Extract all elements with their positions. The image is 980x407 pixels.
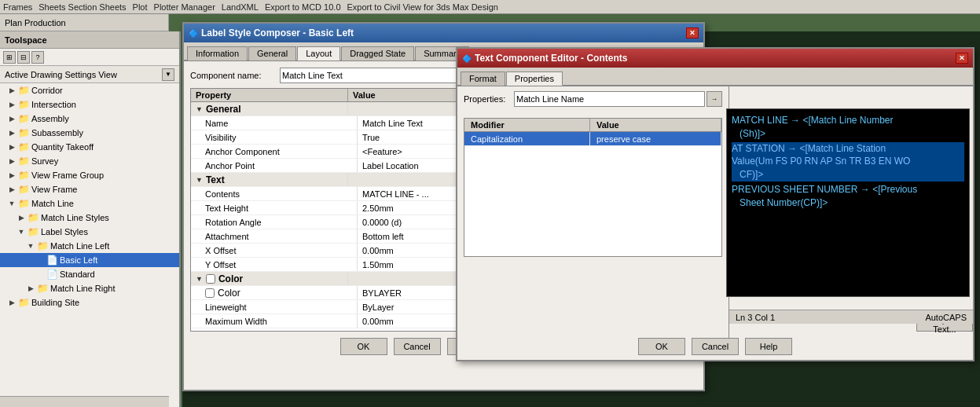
expand-icon-color[interactable]: ▼ [196, 275, 203, 283]
toolbar-plotter[interactable]: Plotter Manager [154, 2, 215, 12]
tce-close-button[interactable]: ✕ [956, 53, 968, 64]
expander-subassembly[interactable]: ▶ [6, 127, 17, 138]
mv-cell-value[interactable]: preserve case [590, 132, 721, 145]
toolspace-icon-2[interactable]: ⊟ [17, 51, 30, 64]
tree-label-view-frame-group: View Frame Group [31, 170, 104, 180]
expander-view-frame-group[interactable]: ▶ [6, 170, 17, 181]
tree-item-intersection[interactable]: ▶ 📁 Intersection [0, 97, 179, 112]
tree-label-view-frame: View Frame [31, 185, 77, 194]
expander-quantity-takeoff[interactable]: ▶ [6, 141, 17, 152]
tce-arrow-button[interactable]: → [707, 91, 722, 107]
expander-match-line-right[interactable]: ▶ [25, 283, 36, 294]
toolspace-icon-help[interactable]: ? [31, 51, 44, 64]
lsc-ok-button[interactable]: OK [340, 338, 387, 355]
tree-item-view-frame-group[interactable]: ▶ 📁 View Frame Group [0, 168, 179, 182]
color-group-checkbox[interactable] [206, 274, 215, 284]
tce-properties-select[interactable]: Match Line Name [514, 91, 705, 107]
expander-match-line[interactable]: ▼ [6, 198, 17, 209]
lsc-titlebar: 🔷 Label Style Composer - Basic Left ✕ [184, 24, 703, 42]
toolbar-frames[interactable]: Frames [3, 2, 32, 12]
expand-icon-general[interactable]: ▼ [196, 105, 203, 113]
expander-building-site[interactable]: ▶ [6, 297, 17, 308]
tab-dragged-state[interactable]: Dragged State [341, 46, 414, 60]
tree-item-standard[interactable]: 📄 Standard [0, 267, 179, 281]
folder-icon-view-frame: 📁 [17, 183, 30, 196]
tree-label-subassembly: Subassembly [31, 128, 83, 138]
tab-layout[interactable]: Layout [297, 46, 340, 60]
expander-corridor[interactable]: ▶ [6, 85, 17, 96]
prop-cell-contents-label: Contents [200, 187, 358, 200]
toolspace-header: Toolspace [0, 31, 179, 49]
toolbar-plot[interactable]: Plot [133, 2, 148, 12]
tce-cancel-button[interactable]: Cancel [692, 338, 739, 355]
tree-label-quantity-takeoff: Quantity Takeoff [31, 142, 94, 152]
toolbar-export1[interactable]: Export to MCD 10.0 [265, 2, 341, 12]
prop-cell-visibility-label: Visibility [200, 130, 358, 144]
folder-icon-survey: 📁 [17, 155, 30, 167]
tree-item-match-line[interactable]: ▼ 📁 Match Line [0, 196, 179, 211]
toolbar-export2[interactable]: Export to Civil View for 3ds Max Design [347, 2, 498, 12]
tce-preview-area: MATCH LINE → <[Match Line Number (Sh)]> … [726, 108, 970, 297]
tree-item-corridor[interactable]: ▶ 📁 Corridor [0, 83, 179, 97]
expander-match-line-left[interactable]: ▼ [25, 240, 36, 251]
tce-tab-properties[interactable]: Properties [506, 72, 563, 86]
folder-icon-view-frame-group: 📁 [17, 169, 30, 182]
tree-item-match-line-left[interactable]: ▼ 📁 Match Line Left [0, 239, 179, 253]
active-drawing-row: Active Drawing Settings View ▼ [0, 66, 179, 83]
item-icon-standard: 📄 [46, 268, 58, 280]
tce-ok-button[interactable]: OK [638, 338, 685, 355]
prop-header-property: Property [191, 89, 348, 101]
expander-survey[interactable]: ▶ [6, 156, 17, 167]
tce-position-label: Ln 3 Col 1 [736, 313, 775, 322]
expander-label-styles[interactable]: ▼ [16, 226, 27, 237]
tce-left-panel: Properties: Match Line Name → Modifier V… [457, 86, 729, 352]
expander-match-line-styles[interactable]: ▶ [16, 212, 27, 223]
expander-intersection[interactable]: ▶ [6, 99, 17, 110]
folder-icon-match-line-left: 📁 [36, 240, 49, 252]
prop-cell-name-label: Name [200, 116, 358, 130]
tree-item-basic-left[interactable]: 📄 Basic Left [0, 253, 179, 267]
tree-label-match-line-styles: Match Line Styles [41, 213, 109, 222]
toolspace-icon-1[interactable]: ⊞ [3, 51, 16, 64]
tce-help-button[interactable]: Help [745, 338, 792, 355]
tree-item-building-site[interactable]: ▶ 📁 Building Site [0, 295, 179, 310]
mv-row-capitalization[interactable]: Capitalization preserve case [464, 132, 721, 146]
mv-cell-modifier: Capitalization [464, 132, 590, 145]
tree-item-assembly[interactable]: ▶ 📁 Assembly [0, 112, 179, 126]
expander-view-frame[interactable]: ▶ [6, 184, 17, 195]
prop-cell-anchor-component-label: Anchor Component [200, 145, 358, 158]
expander-basic-left [35, 255, 46, 266]
tree-item-survey[interactable]: ▶ 📁 Survey [0, 154, 179, 168]
tce-content-area: Properties: Match Line Name → Modifier V… [457, 86, 973, 352]
text-component-editor-dialog: 🔷 Text Component Editor - Contents ✕ For… [456, 47, 974, 361]
tree-item-quantity-takeoff[interactable]: ▶ 📁 Quantity Takeoff [0, 140, 179, 154]
active-drawing-dropdown[interactable]: ▼ [162, 68, 174, 81]
tree-item-view-frame[interactable]: ▶ 📁 View Frame [0, 182, 179, 196]
item-icon-basic-left: 📄 [46, 254, 58, 266]
tree-item-label-styles[interactable]: ▼ 📁 Label Styles [0, 225, 179, 239]
tree-container: ▶ 📁 Corridor ▶ 📁 Intersection ▶ 📁 Assemb… [0, 83, 179, 390]
tce-button-row: OK Cancel Help [457, 338, 973, 355]
lsc-close-button[interactable]: ✕ [686, 28, 699, 38]
tab-information[interactable]: Information [187, 46, 248, 60]
expand-icon-text[interactable]: ▼ [196, 176, 203, 184]
main-toolbar: Frames Sheets Section Sheets Plot Plotte… [0, 0, 980, 14]
tree-item-match-line-styles[interactable]: ▶ 📁 Match Line Styles [0, 211, 179, 225]
horizontal-scrollbar[interactable] [0, 396, 169, 407]
tce-select-wrap: Match Line Name → [514, 91, 722, 107]
tce-props-row: Properties: Match Line Name → [464, 91, 722, 107]
lsc-cancel-button[interactable]: Cancel [394, 338, 441, 355]
folder-icon-match-line: 📁 [17, 197, 30, 210]
prop-cell-x-offset-label: X Offset [200, 244, 358, 257]
tab-general[interactable]: General [248, 46, 296, 60]
tree-label-label-styles: Label Styles [41, 227, 88, 236]
expander-assembly[interactable]: ▶ [6, 113, 17, 124]
folder-icon-subassembly: 📁 [17, 126, 30, 139]
toolbar-sheets[interactable]: Sheets Section Sheets [39, 2, 126, 12]
toolbar-landxml[interactable]: LandXML [222, 2, 259, 12]
tce-tab-format[interactable]: Format [461, 72, 505, 86]
tree-label-standard: Standard [60, 270, 95, 279]
tree-item-subassembly[interactable]: ▶ 📁 Subassembly [0, 126, 179, 140]
tree-item-match-line-right[interactable]: ▶ 📁 Match Line Right [0, 281, 179, 295]
color-checkbox[interactable] [205, 288, 215, 298]
